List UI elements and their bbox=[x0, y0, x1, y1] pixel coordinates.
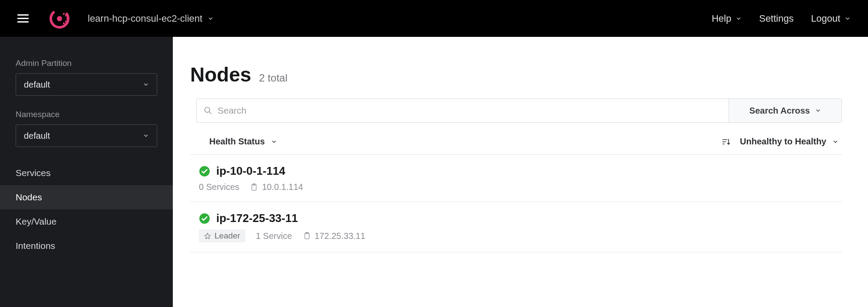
namespace-select[interactable]: default bbox=[16, 124, 157, 147]
menu-toggle-button[interactable] bbox=[17, 12, 31, 26]
clipboard-icon bbox=[303, 232, 311, 240]
svg-point-2 bbox=[65, 14, 67, 16]
admin-partition-value: default bbox=[24, 80, 50, 90]
chevron-down-icon bbox=[832, 139, 838, 145]
node-address: 172.25.33.11 bbox=[315, 231, 366, 241]
help-label: Help bbox=[712, 13, 731, 24]
sidebar-item-label: Services bbox=[16, 168, 51, 178]
page-subtitle: 2 total bbox=[259, 72, 287, 84]
main-content: Nodes 2 total Search Across Health Statu… bbox=[173, 37, 868, 307]
sort-label: Unhealthy to Healthy bbox=[740, 137, 826, 147]
node-services-count: 0 Services bbox=[199, 182, 239, 192]
node-row[interactable]: ip-10-0-1-114 0 Services 10.0.1.114 bbox=[190, 155, 842, 202]
node-address-group: 172.25.33.11 bbox=[303, 231, 366, 241]
node-address: 10.0.1.114 bbox=[262, 182, 303, 192]
sidebar-item-label: Nodes bbox=[16, 192, 42, 202]
svg-point-5 bbox=[63, 13, 65, 14]
chevron-down-icon bbox=[143, 82, 149, 88]
sidebar-item-keyvalue[interactable]: Key/Value bbox=[0, 209, 173, 234]
topnav: Help Settings Logout bbox=[712, 13, 851, 24]
clipboard-icon bbox=[250, 183, 258, 192]
page-title: Nodes bbox=[190, 63, 251, 86]
search-across-label: Search Across bbox=[749, 106, 810, 116]
node-list: ip-10-0-1-114 0 Services 10.0.1.114 bbox=[190, 155, 842, 252]
admin-partition-label: Admin Partition bbox=[0, 59, 173, 73]
sort-icon bbox=[722, 137, 730, 146]
node-name: ip-172-25-33-11 bbox=[216, 212, 298, 225]
sidebar-item-label: Key/Value bbox=[16, 216, 56, 226]
leader-label: Leader bbox=[215, 231, 240, 241]
sidebar-item-intentions[interactable]: Intentions bbox=[0, 234, 173, 258]
topbar: learn-hcp-consul-ec2-client Help Setting… bbox=[0, 0, 868, 37]
logout-label: Logout bbox=[811, 13, 840, 24]
health-status-label: Health Status bbox=[209, 137, 265, 147]
search-across-button[interactable]: Search Across bbox=[729, 99, 842, 122]
sidebar-nav: Services Nodes Key/Value Intentions bbox=[0, 161, 173, 258]
search-input-container bbox=[197, 99, 729, 122]
chevron-down-icon bbox=[271, 139, 277, 145]
node-row[interactable]: ip-172-25-33-11 Leader 1 Service bbox=[190, 202, 842, 252]
node-services-count: 1 Service bbox=[256, 231, 292, 241]
star-icon bbox=[204, 232, 211, 239]
namespace-label: Namespace bbox=[0, 110, 173, 124]
datacenter-name: learn-hcp-consul-ec2-client bbox=[88, 13, 202, 24]
svg-point-6 bbox=[63, 22, 65, 24]
consul-logo bbox=[49, 8, 70, 29]
sidebar: Admin Partition default Namespace defaul… bbox=[0, 37, 173, 307]
svg-point-3 bbox=[66, 17, 68, 19]
filter-row: Health Status Unhealthy to Healthy bbox=[190, 132, 842, 155]
chevron-down-icon bbox=[736, 16, 742, 22]
leader-badge: Leader bbox=[199, 229, 245, 242]
settings-label: Settings bbox=[759, 13, 794, 24]
search-bar: Search Across bbox=[196, 98, 842, 123]
sort-selector[interactable]: Unhealthy to Healthy bbox=[722, 137, 838, 147]
svg-point-4 bbox=[65, 20, 67, 22]
chevron-down-icon bbox=[845, 16, 851, 22]
health-passing-icon bbox=[199, 213, 210, 224]
node-name: ip-10-0-1-114 bbox=[216, 164, 285, 178]
logout-menu[interactable]: Logout bbox=[811, 13, 851, 24]
svg-line-8 bbox=[209, 112, 211, 114]
sidebar-item-services[interactable]: Services bbox=[0, 161, 173, 185]
page-header: Nodes 2 total bbox=[190, 63, 842, 86]
search-icon bbox=[204, 106, 212, 115]
namespace-value: default bbox=[24, 131, 50, 141]
chevron-down-icon bbox=[143, 133, 149, 139]
search-input[interactable] bbox=[218, 105, 722, 116]
svg-point-1 bbox=[57, 16, 62, 21]
datacenter-selector[interactable]: learn-hcp-consul-ec2-client bbox=[88, 13, 214, 24]
chevron-down-icon bbox=[815, 108, 821, 114]
health-passing-icon bbox=[199, 166, 210, 177]
chevron-down-icon bbox=[208, 16, 214, 22]
settings-link[interactable]: Settings bbox=[759, 13, 794, 24]
admin-partition-select[interactable]: default bbox=[16, 73, 157, 96]
sidebar-item-label: Intentions bbox=[16, 241, 55, 251]
help-menu[interactable]: Help bbox=[712, 13, 742, 24]
sidebar-item-nodes[interactable]: Nodes bbox=[0, 185, 173, 209]
health-status-filter[interactable]: Health Status bbox=[209, 137, 277, 147]
node-address-group: 10.0.1.114 bbox=[250, 182, 303, 192]
